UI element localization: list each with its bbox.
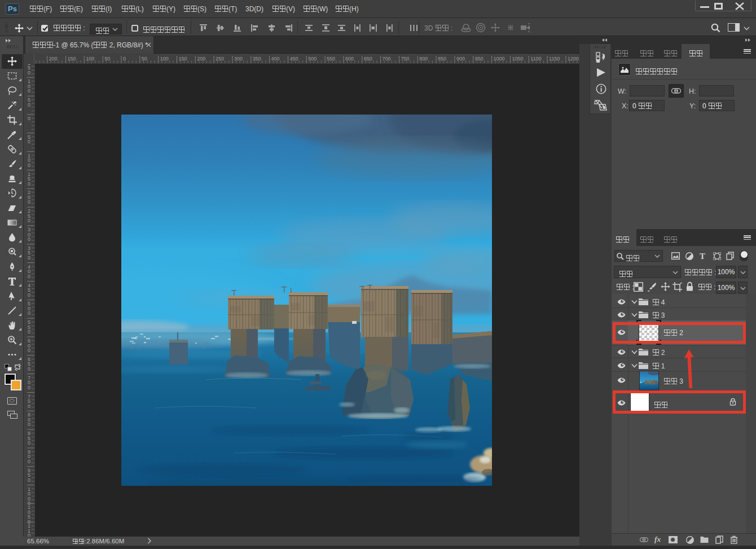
- svg-text:450: 450: [290, 56, 298, 62]
- svg-text:0: 0: [28, 459, 30, 464]
- svg-text:0: 0: [28, 533, 30, 537]
- svg-text:850: 850: [438, 56, 446, 62]
- svg-text:0: 0: [28, 421, 30, 427]
- svg-text:0: 0: [28, 199, 30, 205]
- svg-text:950: 950: [475, 56, 484, 62]
- svg-text:200: 200: [49, 56, 58, 62]
- svg-text:100: 100: [86, 56, 94, 62]
- svg-text:150: 150: [179, 56, 187, 62]
- svg-text:250: 250: [216, 56, 224, 62]
- svg-text:0: 0: [28, 366, 30, 372]
- svg-text:0: 0: [28, 385, 30, 390]
- svg-text:600: 600: [345, 56, 354, 62]
- svg-text:100: 100: [160, 56, 169, 62]
- svg-text:0: 0: [28, 348, 30, 353]
- svg-text:0: 0: [28, 255, 30, 261]
- svg-text:400: 400: [271, 56, 280, 62]
- svg-text:0: 0: [28, 116, 30, 121]
- svg-text:0: 0: [28, 139, 30, 144]
- svg-text:0: 0: [28, 236, 30, 242]
- svg-text:350: 350: [253, 56, 261, 62]
- svg-text:0: 0: [28, 181, 30, 187]
- svg-text:800: 800: [419, 56, 428, 62]
- svg-text:200: 200: [197, 56, 205, 62]
- svg-text:0: 0: [28, 88, 30, 94]
- svg-text:500: 500: [308, 56, 317, 62]
- svg-text:0: 0: [28, 274, 30, 279]
- svg-text:300: 300: [234, 56, 243, 62]
- svg-text:550: 550: [327, 56, 335, 62]
- svg-text:50: 50: [104, 56, 110, 62]
- svg-text:0: 0: [123, 56, 126, 62]
- svg-text:700: 700: [383, 56, 391, 62]
- svg-text:0: 0: [28, 70, 30, 76]
- svg-text:900: 900: [456, 56, 465, 62]
- svg-text:0: 0: [28, 292, 30, 298]
- svg-text:0: 0: [28, 329, 30, 335]
- svg-text:0: 0: [28, 403, 30, 409]
- svg-text:0: 0: [28, 102, 30, 108]
- svg-text:0: 0: [28, 218, 30, 223]
- svg-text:0: 0: [28, 310, 30, 316]
- svg-text:0: 0: [28, 477, 30, 483]
- svg-text:0: 0: [28, 440, 30, 446]
- svg-text:0: 0: [28, 162, 30, 168]
- svg-text:150: 150: [68, 56, 76, 62]
- svg-text:50: 50: [142, 56, 147, 62]
- svg-text:750: 750: [401, 56, 410, 62]
- svg-text:650: 650: [364, 56, 372, 62]
